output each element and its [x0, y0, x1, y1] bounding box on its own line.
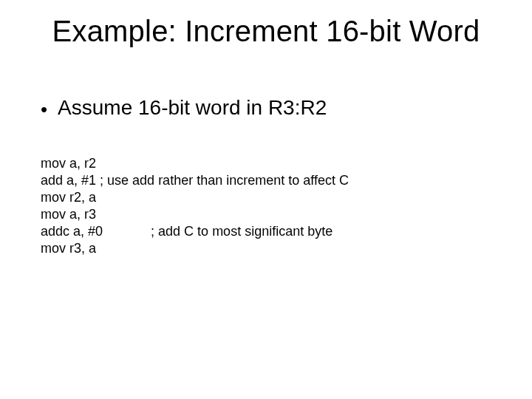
bullet-marker: • [41, 100, 47, 119]
bullet-text: Assume 16-bit word in R3:R2 [58, 96, 327, 120]
code-line: add a, #1 ; use add rather than incremen… [41, 172, 349, 189]
code-line: mov r2, a [41, 189, 349, 206]
bullet-item: • Assume 16-bit word in R3:R2 [41, 96, 327, 120]
slide: Example: Increment 16-bit Word • Assume … [0, 0, 532, 399]
code-block: mov a, r2 add a, #1 ; use add rather tha… [41, 155, 349, 257]
code-line: mov r3, a [41, 240, 349, 257]
code-line: mov a, r3 [41, 206, 349, 223]
code-line: addc a, #0 ; add C to most significant b… [41, 223, 349, 240]
slide-title: Example: Increment 16-bit Word [0, 15, 532, 48]
code-line: mov a, r2 [41, 155, 349, 172]
